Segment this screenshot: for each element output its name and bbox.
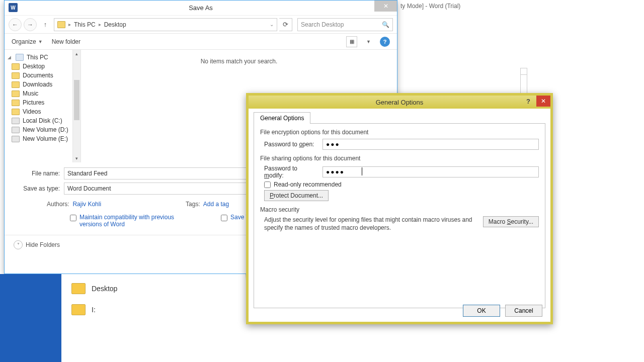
folder-icon [71,283,86,294]
general-options-dialog: General Options ? ✕ General Options File… [246,93,553,324]
pc-icon [16,54,24,61]
folder-icon [12,100,20,106]
tree-scrollbar[interactable]: ▴ ▾ [73,50,81,162]
maintain-compat-checkbox[interactable]: Maintain compatibility with previous ver… [70,214,181,228]
checkbox[interactable] [221,215,227,221]
disk-icon [12,136,20,142]
filename-label: File name: [14,170,64,177]
tree-item[interactable]: Documents [5,71,72,80]
disk-icon [12,118,20,124]
toolbar: Organize▼ New folder ▦ ▼ ? [5,34,397,50]
folder-icon [12,63,20,70]
dialog-title: General Options [376,99,424,106]
word-icon: W [9,3,18,12]
savetype-label: Save as type: [14,185,64,192]
word-titlebar: ty Mode] - Word (Trial) [397,3,644,14]
refresh-button[interactable]: ⟳ [279,18,292,31]
authors-value[interactable]: Rajiv Kohli [72,201,101,208]
save-as-title: Save As [189,4,213,12]
readonly-checkbox[interactable]: Read-only recommended [264,181,539,188]
chevron-up-icon: ˅ [14,240,23,249]
hide-folders-button[interactable]: ˅ Hide Folders [14,240,60,249]
empty-message: No items match your search. [201,58,278,65]
nav-row: ← → ↑ ▸ This PC ▸ Desktop ⌄ ⟳ Search Des… [5,16,397,34]
chevron-down-icon[interactable]: ▼ [366,39,371,44]
ok-button[interactable]: OK [463,305,500,317]
jumplist-item[interactable]: I: [61,299,246,320]
folder-icon [71,304,86,315]
search-input[interactable]: Search Desktop 🔍 [297,18,393,31]
tree-item[interactable]: Pictures [5,98,72,107]
folder-icon [12,81,20,88]
tree-item[interactable]: Downloads [5,80,72,89]
tree-item[interactable]: New Volume (D:) [5,125,72,134]
share-heading: File sharing options for this document [260,155,539,162]
text-cursor [362,167,362,175]
close-button[interactable]: ✕ [374,1,397,12]
checkbox[interactable] [264,182,271,188]
folder-icon [12,72,20,79]
newfolder-button[interactable]: New folder [52,38,80,45]
scroll-up-icon[interactable]: ▴ [73,50,80,58]
chevron-right-icon: ▸ [99,22,101,27]
tab-general-options[interactable]: General Options [254,112,310,124]
tree-item[interactable]: Videos [5,107,72,116]
scroll-down-icon[interactable]: ▾ [73,154,80,162]
authors-label: Authors: [47,201,69,208]
password-modify-label: Password to modify: [264,165,318,179]
jumplist: Desktop I: [0,274,246,362]
folder-icon [12,90,20,97]
general-options-titlebar[interactable]: General Options ? ✕ [249,96,550,109]
tree-item[interactable]: Desktop [5,62,72,71]
disk-icon [12,127,20,133]
up-button[interactable]: ↑ [39,18,52,31]
tree-item[interactable]: Local Disk (C:) [5,116,72,125]
tree-item[interactable]: New Volume (E:) [5,134,72,143]
folder-tree[interactable]: ◢ This PC Desktop Documents Downloads Mu… [5,50,73,162]
pc-icon [57,21,65,28]
macro-heading: Macro security [260,206,539,213]
checkbox[interactable] [70,215,76,221]
close-button[interactable]: ✕ [536,96,550,107]
address-bar[interactable]: ▸ This PC ▸ Desktop ⌄ [54,18,277,31]
expand-icon[interactable]: ◢ [8,55,13,60]
help-button[interactable]: ? [521,96,535,107]
save-as-titlebar[interactable]: W Save As ✕ [5,1,397,16]
password-open-input[interactable] [323,139,539,150]
tags-value[interactable]: Add a tag [203,201,229,208]
cancel-button[interactable]: Cancel [505,305,542,317]
chevron-down-icon[interactable]: ⌄ [270,22,274,27]
forward-button[interactable]: → [24,18,37,31]
breadcrumb-seg[interactable]: Desktop [104,21,126,28]
password-open-label: Password to open: [264,141,318,148]
password-modify-input[interactable] [323,166,539,177]
search-icon: 🔍 [382,21,389,28]
macro-text: Adjust the security level for opening fi… [264,216,477,232]
protect-document-button[interactable]: Protect Document... [264,190,329,201]
tree-item-thispc[interactable]: ◢ This PC [5,53,72,62]
help-button[interactable]: ? [380,37,390,47]
breadcrumb-seg[interactable]: This PC [74,21,96,28]
view-button[interactable]: ▦ [346,36,357,47]
jumplist-item[interactable]: Desktop [61,278,246,299]
organize-button[interactable]: Organize▼ [12,38,43,45]
search-placeholder: Search Desktop [301,21,344,28]
encrypt-heading: File encryption options for this documen… [260,129,539,136]
tags-label: Tags: [186,201,200,208]
back-button[interactable]: ← [9,18,22,31]
folder-icon [12,109,20,115]
macro-security-button[interactable]: Macro Security... [483,216,539,227]
chevron-right-icon: ▸ [68,22,71,27]
scroll-thumb[interactable] [74,80,79,120]
tree-item[interactable]: Music [5,89,72,98]
jumplist-sidebar [0,274,61,362]
